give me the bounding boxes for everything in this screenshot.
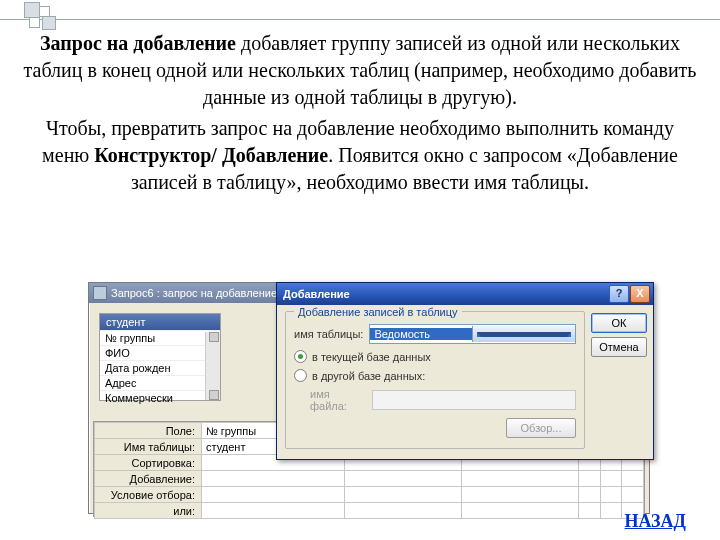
grid-label-or: или: — [95, 503, 202, 519]
ok-button[interactable]: ОК — [591, 313, 647, 333]
radio-other-db[interactable] — [294, 369, 307, 382]
grid-cell[interactable] — [578, 503, 600, 519]
grid-cell[interactable] — [461, 471, 578, 487]
paragraph-2: Чтобы, превратить запрос на добавление н… — [22, 115, 698, 196]
field-row[interactable]: ФИО — [100, 345, 220, 360]
grid-cell[interactable] — [578, 471, 600, 487]
grid-cell[interactable] — [461, 503, 578, 519]
grid-cell[interactable] — [344, 487, 461, 503]
grid-label-field: Поле: — [95, 423, 202, 439]
browse-button: Обзор... — [506, 418, 576, 438]
groupbox-label: Добавление записей в таблицу — [294, 306, 462, 318]
append-dialog: Добавление ? X ОК Отмена Добавление запи… — [276, 282, 654, 460]
back-link[interactable]: НАЗАД — [625, 511, 686, 532]
table-name-label: имя таблицы: — [294, 328, 363, 340]
term-bold: Запрос на добавление — [40, 32, 236, 54]
grid-label-sort: Сортировка: — [95, 455, 202, 471]
file-name-label: имя файла: — [310, 388, 367, 412]
grid-label-table: Имя таблицы: — [95, 439, 202, 455]
grid-cell[interactable] — [622, 471, 644, 487]
field-row[interactable]: Адрес — [100, 375, 220, 390]
slide-top-divider — [0, 0, 720, 20]
table-name-value: Ведомость — [370, 328, 472, 340]
grid-label-criteria: Условие отбора: — [95, 487, 202, 503]
query-icon — [93, 286, 107, 300]
chevron-down-icon[interactable] — [472, 326, 575, 342]
field-row[interactable]: Коммерчески — [100, 390, 220, 405]
append-groupbox: Добавление записей в таблицу имя таблицы… — [285, 311, 585, 449]
grid-cell[interactable] — [600, 471, 622, 487]
radio-current-db-label: в текущей базе данных — [312, 351, 431, 363]
paragraph-1: Запрос на добавление добавляет группу за… — [22, 30, 698, 111]
file-name-field — [372, 390, 576, 410]
field-list-scrollbar[interactable] — [205, 332, 220, 400]
grid-cell[interactable] — [461, 487, 578, 503]
field-row[interactable]: Дата рожден — [100, 360, 220, 375]
access-title-text: Запрос6 : запрос на добавление — [111, 287, 277, 299]
menu-path-bold: Конструктор/ Добавление — [94, 144, 328, 166]
grid-cell[interactable] — [202, 503, 345, 519]
decorative-squares — [24, 2, 58, 36]
dialog-title-text: Добавление — [283, 288, 350, 300]
slide-body: Запрос на добавление добавляет группу за… — [0, 20, 720, 196]
grid-cell[interactable] — [202, 471, 345, 487]
dialog-titlebar: Добавление ? X — [277, 283, 653, 305]
field-row[interactable]: № группы — [100, 330, 220, 345]
grid-cell[interactable] — [578, 487, 600, 503]
field-list-header: студент — [100, 314, 220, 330]
cancel-button[interactable]: Отмена — [591, 337, 647, 357]
grid-label-append: Добавление: — [95, 471, 202, 487]
grid-cell[interactable] — [202, 487, 345, 503]
help-icon[interactable]: ? — [609, 285, 629, 303]
screenshot-container: Запрос6 : запрос на добавление студент №… — [88, 282, 652, 518]
radio-current-db[interactable] — [294, 350, 307, 363]
table-name-combo[interactable]: Ведомость — [369, 324, 576, 344]
grid-cell[interactable] — [344, 471, 461, 487]
grid-cell[interactable] — [600, 487, 622, 503]
grid-cell[interactable] — [600, 503, 622, 519]
grid-cell[interactable] — [622, 487, 644, 503]
close-icon[interactable]: X — [630, 285, 650, 303]
field-list-box[interactable]: студент № группы ФИО Дата рожден Адрес К… — [99, 313, 221, 401]
grid-cell[interactable] — [344, 503, 461, 519]
radio-other-db-label: в другой базе данных: — [312, 370, 425, 382]
